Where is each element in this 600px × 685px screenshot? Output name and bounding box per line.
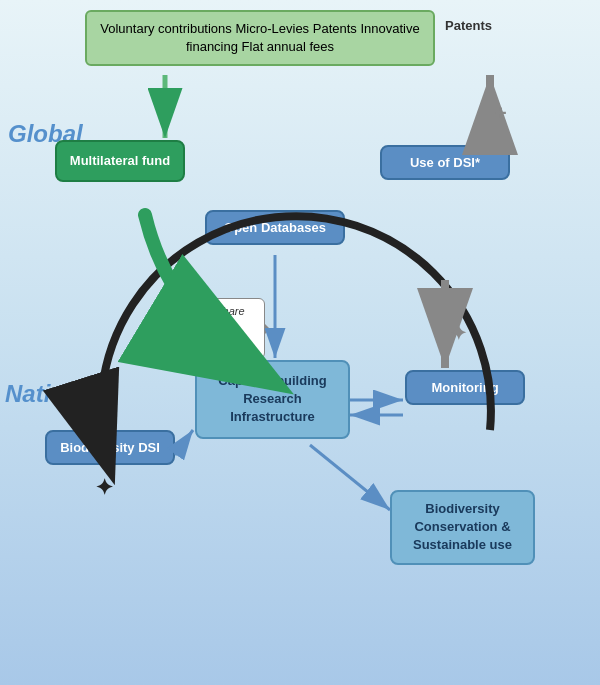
diagram: Global National Voluntary contributions … bbox=[0, 0, 600, 685]
biodiversity-conservation-box: Biodiversity Conservation & Sustainable … bbox=[390, 490, 535, 565]
funding-box: Voluntary contributions Micro-Levies Pat… bbox=[85, 10, 435, 66]
open-databases-box: Open Databases bbox=[205, 210, 345, 245]
patents-label: Patents bbox=[445, 18, 492, 33]
svg-text:+: + bbox=[495, 102, 507, 124]
funding-text: Voluntary contributions Micro-Levies Pat… bbox=[100, 21, 419, 54]
svg-text:✦: ✦ bbox=[95, 475, 113, 500]
country-share-weights-bubble: Country share weights ✦ bbox=[155, 298, 265, 359]
national-label: National bbox=[5, 380, 100, 408]
plus-dsi-capacity: ✦ bbox=[450, 322, 467, 344]
use-of-dsi-box: Use of DSI* bbox=[380, 145, 510, 180]
arrows-svg: ✦ + ✦ bbox=[0, 0, 600, 685]
biodiversity-dsi-box: Biodiversity DSI bbox=[45, 430, 175, 465]
capacity-building-box: Capacity building Research Infrastructur… bbox=[195, 360, 350, 439]
multilateral-fund-box: Multilateral fund bbox=[55, 140, 185, 182]
monitoring-box: Monitoring bbox=[405, 370, 525, 405]
